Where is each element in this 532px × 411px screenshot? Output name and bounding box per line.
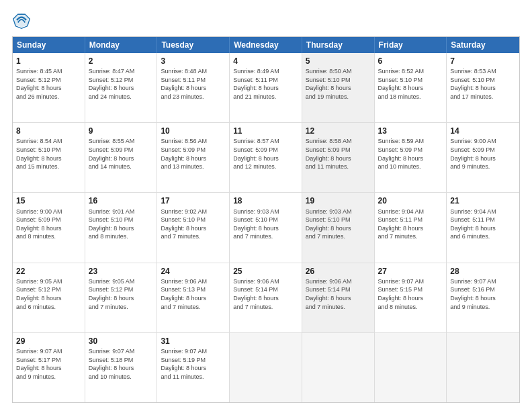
cell-content: Sunrise: 9:06 AM Sunset: 5:14 PM Dayligh… — [233, 277, 298, 311]
calendar-body: 1Sunrise: 8:45 AM Sunset: 5:12 PM Daylig… — [13, 53, 519, 402]
calendar-cell-4-4 — [302, 333, 375, 402]
day-number: 8 — [16, 126, 81, 136]
calendar-cell-3-5: 27Sunrise: 9:07 AM Sunset: 5:15 PM Dayli… — [375, 263, 447, 332]
day-number: 23 — [89, 266, 154, 277]
day-number: 17 — [161, 195, 226, 206]
day-number: 13 — [378, 126, 443, 136]
cell-content: Sunrise: 9:03 AM Sunset: 5:10 PM Dayligh… — [306, 208, 371, 241]
calendar-cell-3-0: 22Sunrise: 9:05 AM Sunset: 5:12 PM Dayli… — [13, 263, 85, 332]
calendar-cell-1-1: 9Sunrise: 8:55 AM Sunset: 5:09 PM Daylig… — [85, 123, 158, 192]
day-number: 29 — [16, 336, 81, 347]
day-number: 28 — [450, 266, 516, 277]
calendar-cell-0-4: 5Sunrise: 8:50 AM Sunset: 5:10 PM Daylig… — [302, 53, 375, 122]
day-number: 6 — [378, 56, 443, 66]
calendar-row-0: 1Sunrise: 8:45 AM Sunset: 5:12 PM Daylig… — [13, 53, 519, 122]
header-day-saturday: Saturday — [447, 37, 519, 53]
day-number: 10 — [161, 126, 226, 136]
day-number: 30 — [89, 336, 154, 347]
calendar-cell-1-3: 11Sunrise: 8:57 AM Sunset: 5:09 PM Dayli… — [230, 123, 302, 192]
calendar-row-3: 22Sunrise: 9:05 AM Sunset: 5:12 PM Dayli… — [13, 263, 519, 332]
day-number: 7 — [450, 56, 516, 66]
calendar-cell-0-6: 7Sunrise: 8:53 AM Sunset: 5:10 PM Daylig… — [447, 53, 519, 122]
day-number: 19 — [306, 195, 371, 206]
day-number: 24 — [161, 266, 226, 277]
logo — [12, 11, 34, 30]
header — [12, 11, 520, 30]
day-number: 21 — [450, 195, 516, 206]
day-number: 12 — [306, 126, 371, 136]
calendar-row-4: 29Sunrise: 9:07 AM Sunset: 5:17 PM Dayli… — [13, 332, 519, 402]
day-number: 2 — [89, 56, 154, 66]
page: SundayMondayTuesdayWednesdayThursdayFrid… — [0, 0, 532, 411]
cell-content: Sunrise: 9:01 AM Sunset: 5:10 PM Dayligh… — [89, 208, 154, 241]
calendar-cell-0-3: 4Sunrise: 8:49 AM Sunset: 5:11 PM Daylig… — [230, 53, 302, 122]
cell-content: Sunrise: 9:07 AM Sunset: 5:17 PM Dayligh… — [16, 347, 81, 381]
day-number: 22 — [16, 266, 81, 277]
day-number: 14 — [450, 126, 516, 136]
day-number: 25 — [233, 266, 298, 277]
calendar-cell-1-0: 8Sunrise: 8:54 AM Sunset: 5:10 PM Daylig… — [13, 123, 85, 192]
cell-content: Sunrise: 8:58 AM Sunset: 5:09 PM Dayligh… — [306, 137, 371, 171]
calendar: SundayMondayTuesdayWednesdayThursdayFrid… — [12, 36, 520, 403]
cell-content: Sunrise: 8:52 AM Sunset: 5:10 PM Dayligh… — [378, 67, 443, 101]
calendar-row-2: 15Sunrise: 9:00 AM Sunset: 5:09 PM Dayli… — [13, 192, 519, 262]
calendar-cell-1-4: 12Sunrise: 8:58 AM Sunset: 5:09 PM Dayli… — [302, 123, 375, 192]
calendar-cell-2-4: 19Sunrise: 9:03 AM Sunset: 5:10 PM Dayli… — [302, 193, 375, 262]
cell-content: Sunrise: 9:07 AM Sunset: 5:15 PM Dayligh… — [378, 277, 443, 311]
cell-content: Sunrise: 9:05 AM Sunset: 5:12 PM Dayligh… — [16, 277, 81, 311]
calendar-cell-2-6: 21Sunrise: 9:04 AM Sunset: 5:11 PM Dayli… — [447, 193, 519, 262]
day-number: 5 — [306, 56, 371, 66]
calendar-cell-0-5: 6Sunrise: 8:52 AM Sunset: 5:10 PM Daylig… — [375, 53, 447, 122]
cell-content: Sunrise: 9:00 AM Sunset: 5:09 PM Dayligh… — [450, 137, 516, 171]
calendar-cell-4-6 — [447, 333, 519, 402]
cell-content: Sunrise: 9:03 AM Sunset: 5:10 PM Dayligh… — [233, 208, 298, 241]
header-day-wednesday: Wednesday — [230, 37, 302, 53]
calendar-cell-4-2: 31Sunrise: 9:07 AM Sunset: 5:19 PM Dayli… — [157, 333, 230, 402]
day-number: 4 — [233, 56, 298, 66]
calendar-cell-1-2: 10Sunrise: 8:56 AM Sunset: 5:09 PM Dayli… — [157, 123, 230, 192]
logo-icon — [12, 11, 31, 30]
cell-content: Sunrise: 9:02 AM Sunset: 5:10 PM Dayligh… — [161, 208, 226, 241]
calendar-cell-3-6: 28Sunrise: 9:07 AM Sunset: 5:16 PM Dayli… — [447, 263, 519, 332]
day-number: 26 — [306, 266, 371, 277]
header-day-sunday: Sunday — [13, 37, 85, 53]
calendar-cell-4-5 — [375, 333, 447, 402]
cell-content: Sunrise: 8:47 AM Sunset: 5:12 PM Dayligh… — [89, 67, 154, 101]
calendar-cell-0-0: 1Sunrise: 8:45 AM Sunset: 5:12 PM Daylig… — [13, 53, 85, 122]
day-number: 20 — [378, 195, 443, 206]
cell-content: Sunrise: 9:05 AM Sunset: 5:12 PM Dayligh… — [89, 277, 154, 311]
calendar-cell-0-1: 2Sunrise: 8:47 AM Sunset: 5:12 PM Daylig… — [85, 53, 158, 122]
cell-content: Sunrise: 8:45 AM Sunset: 5:12 PM Dayligh… — [16, 67, 81, 101]
calendar-row-1: 8Sunrise: 8:54 AM Sunset: 5:10 PM Daylig… — [13, 122, 519, 192]
calendar-cell-3-3: 25Sunrise: 9:06 AM Sunset: 5:14 PM Dayli… — [230, 263, 302, 332]
cell-content: Sunrise: 9:00 AM Sunset: 5:09 PM Dayligh… — [16, 208, 81, 241]
cell-content: Sunrise: 8:50 AM Sunset: 5:10 PM Dayligh… — [306, 67, 371, 101]
cell-content: Sunrise: 8:57 AM Sunset: 5:09 PM Dayligh… — [233, 137, 298, 171]
day-number: 18 — [233, 195, 298, 206]
cell-content: Sunrise: 9:04 AM Sunset: 5:11 PM Dayligh… — [450, 208, 516, 241]
calendar-cell-2-2: 17Sunrise: 9:02 AM Sunset: 5:10 PM Dayli… — [157, 193, 230, 262]
cell-content: Sunrise: 8:49 AM Sunset: 5:11 PM Dayligh… — [233, 67, 298, 101]
cell-content: Sunrise: 9:06 AM Sunset: 5:14 PM Dayligh… — [306, 277, 371, 311]
cell-content: Sunrise: 9:04 AM Sunset: 5:11 PM Dayligh… — [378, 208, 443, 241]
day-number: 15 — [16, 195, 81, 206]
day-number: 31 — [161, 336, 226, 347]
day-number: 9 — [89, 126, 154, 136]
cell-content: Sunrise: 9:07 AM Sunset: 5:16 PM Dayligh… — [450, 277, 516, 311]
cell-content: Sunrise: 8:53 AM Sunset: 5:10 PM Dayligh… — [450, 67, 516, 101]
calendar-cell-3-2: 24Sunrise: 9:06 AM Sunset: 5:13 PM Dayli… — [157, 263, 230, 332]
calendar-cell-4-0: 29Sunrise: 9:07 AM Sunset: 5:17 PM Dayli… — [13, 333, 85, 402]
calendar-cell-3-4: 26Sunrise: 9:06 AM Sunset: 5:14 PM Dayli… — [302, 263, 375, 332]
day-number: 11 — [233, 126, 298, 136]
cell-content: Sunrise: 8:59 AM Sunset: 5:09 PM Dayligh… — [378, 137, 443, 171]
calendar-cell-4-1: 30Sunrise: 9:07 AM Sunset: 5:18 PM Dayli… — [85, 333, 158, 402]
calendar-cell-2-3: 18Sunrise: 9:03 AM Sunset: 5:10 PM Dayli… — [230, 193, 302, 262]
calendar-cell-0-2: 3Sunrise: 8:48 AM Sunset: 5:11 PM Daylig… — [157, 53, 230, 122]
cell-content: Sunrise: 9:07 AM Sunset: 5:18 PM Dayligh… — [89, 347, 154, 381]
cell-content: Sunrise: 8:54 AM Sunset: 5:10 PM Dayligh… — [16, 137, 81, 171]
calendar-cell-1-6: 14Sunrise: 9:00 AM Sunset: 5:09 PM Dayli… — [447, 123, 519, 192]
calendar-cell-2-5: 20Sunrise: 9:04 AM Sunset: 5:11 PM Dayli… — [375, 193, 447, 262]
header-day-monday: Monday — [85, 37, 158, 53]
calendar-cell-2-1: 16Sunrise: 9:01 AM Sunset: 5:10 PM Dayli… — [85, 193, 158, 262]
cell-content: Sunrise: 8:56 AM Sunset: 5:09 PM Dayligh… — [161, 137, 226, 171]
